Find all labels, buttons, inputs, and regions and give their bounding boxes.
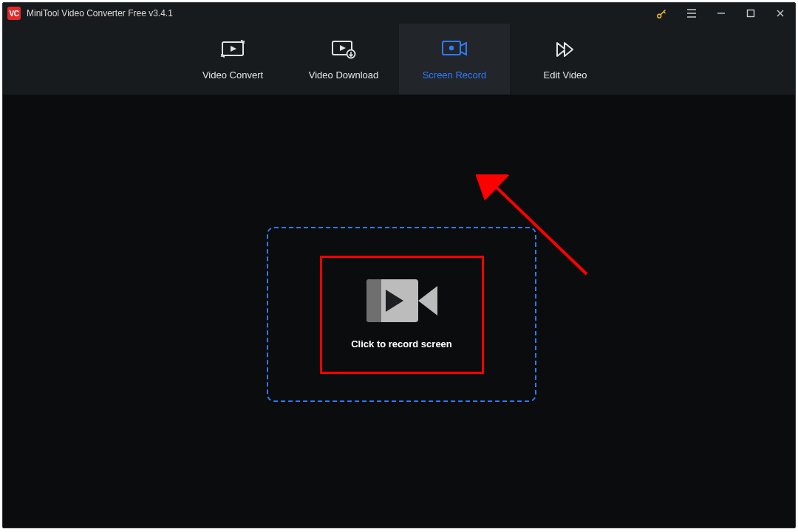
tab-video-convert[interactable]: Video Convert [177, 24, 288, 95]
tab-label: Video Convert [202, 69, 263, 81]
menu-icon[interactable] [677, 3, 706, 24]
record-screen-button[interactable]: Click to record screen [320, 256, 484, 374]
tab-screen-record[interactable]: Screen Record [399, 24, 510, 95]
close-button[interactable] [765, 3, 795, 24]
record-drop-zone: Click to record screen [267, 227, 536, 402]
window-title: MiniTool Video Converter Free v3.4.1 [27, 8, 173, 18]
svg-point-6 [449, 45, 454, 50]
tab-edit-video[interactable]: Edit Video [510, 24, 621, 95]
main-tabs: Video Convert Video Download [3, 24, 795, 95]
tab-label: Video Download [309, 69, 378, 81]
license-key-icon[interactable] [647, 3, 677, 24]
svg-rect-1 [748, 10, 754, 17]
main-pane: Click to record screen [3, 95, 795, 528]
app-logo-icon: VC [7, 7, 21, 20]
edit-video-icon [554, 38, 576, 59]
tab-video-download[interactable]: Video Download [288, 24, 399, 95]
video-camera-icon [366, 279, 437, 322]
video-download-icon [331, 38, 356, 59]
video-convert-icon [220, 38, 245, 59]
title-bar: VC MiniTool Video Converter Free v3.4.1 [3, 3, 795, 24]
tab-label: Screen Record [423, 69, 487, 81]
svg-point-0 [658, 14, 661, 18]
minimize-button[interactable] [706, 3, 736, 24]
app-window: VC MiniTool Video Converter Free v3.4.1 [2, 2, 796, 528]
record-button-label: Click to record screen [351, 338, 452, 349]
screen-record-icon [441, 38, 468, 59]
title-bar-controls [647, 3, 795, 24]
tab-label: Edit Video [543, 69, 587, 81]
maximize-button[interactable] [736, 3, 765, 24]
